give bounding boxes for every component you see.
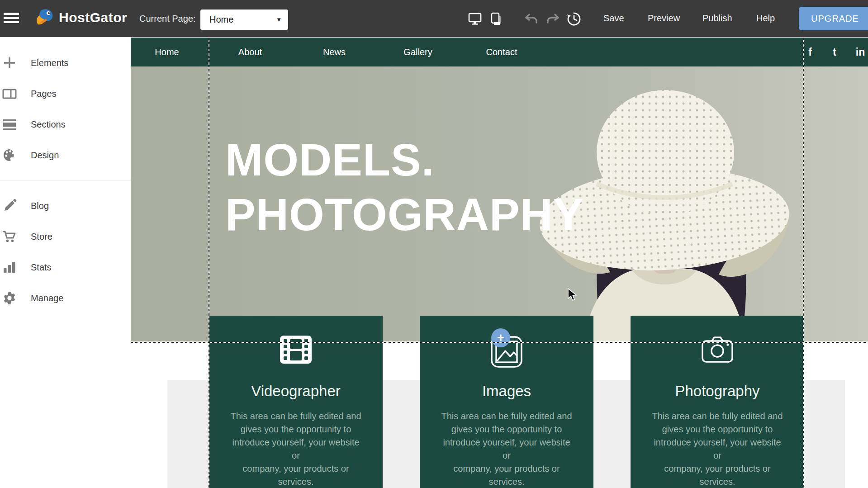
hero-heading-line1: MODELS. [225, 133, 584, 187]
cart-icon [1, 228, 18, 245]
plus-icon [1, 54, 18, 71]
sidebar-item-elements[interactable]: Elements [0, 53, 131, 73]
film-icon [280, 336, 312, 364]
palette-icon [1, 147, 18, 164]
pages-icon [1, 85, 18, 102]
current-page-label: Current Page: [139, 14, 196, 24]
site-nav-gallery[interactable]: Gallery [403, 38, 432, 66]
sidebar-item-pages[interactable]: Pages [0, 84, 131, 104]
help-button[interactable]: Help [756, 13, 775, 24]
brand-name: HostGator [59, 10, 127, 25]
card-title: Videographer [209, 383, 383, 400]
site-nav-home[interactable]: Home [155, 38, 179, 66]
card-title: Photography [631, 383, 804, 400]
card-body: This area can be fully edited andgives y… [228, 410, 364, 488]
site-nav-news[interactable]: News [323, 38, 346, 66]
bar-chart-icon [1, 259, 18, 276]
site-preview-canvas: Home About News Gallery Contact f t in [131, 37, 868, 488]
upgrade-button[interactable]: UPGRADE [799, 7, 868, 30]
add-image-badge[interactable]: + [491, 328, 510, 347]
history-icon[interactable] [566, 12, 582, 26]
page-select-dropdown[interactable]: Home ▼ [200, 9, 288, 30]
top-toolbar: HostGator Current Page: Home ▼ Save Prev… [0, 0, 868, 37]
pencil-icon [1, 197, 18, 214]
selection-outline-bottom [131, 342, 868, 343]
preview-button[interactable]: Preview [648, 13, 680, 24]
linkedin-icon[interactable]: in [856, 38, 865, 66]
sections-icon [1, 116, 18, 133]
card-body: This area can be fully edited andgives y… [650, 410, 785, 488]
sidebar-item-sections[interactable]: Sections [0, 114, 131, 134]
page-select-value: Home [209, 14, 233, 25]
hamburger-menu-icon[interactable] [4, 11, 19, 25]
editor-sidebar: Elements Pages Sections Design Blog Stor… [0, 37, 131, 488]
hero-heading-line2: PHOTOGRAPHY [225, 187, 584, 242]
facebook-icon[interactable]: f [808, 38, 812, 66]
undo-icon[interactable] [524, 12, 539, 26]
hero-section[interactable]: MODELS. PHOTOGRAPHY [131, 66, 868, 341]
sidebar-item-stats[interactable]: Stats [0, 257, 131, 277]
twitter-icon[interactable]: t [833, 38, 836, 66]
publish-button[interactable]: Publish [702, 13, 732, 24]
hostgator-site-builder: HostGator Current Page: Home ▼ Save Prev… [0, 0, 868, 488]
sidebar-divider [0, 180, 131, 180]
site-nav-about[interactable]: About [238, 38, 262, 66]
selection-outline-left [209, 38, 209, 488]
card-title: Images [420, 383, 593, 400]
hostgator-gator-icon [34, 8, 55, 27]
site-navbar: Home About News Gallery Contact f t in [131, 38, 868, 66]
sidebar-item-blog[interactable]: Blog [0, 196, 131, 216]
sidebar-item-manage[interactable]: Manage [0, 288, 131, 308]
desktop-view-icon[interactable] [467, 12, 483, 26]
brand-logo: HostGator [34, 8, 127, 27]
chevron-down-icon: ▼ [276, 16, 282, 23]
sidebar-item-design[interactable]: Design [0, 145, 131, 165]
site-nav-contact[interactable]: Contact [486, 38, 517, 66]
sidebar-item-store[interactable]: Store [0, 227, 131, 246]
card-body: This area can be fully edited andgives y… [439, 410, 574, 488]
mobile-view-icon[interactable] [489, 12, 504, 26]
redo-icon[interactable] [545, 12, 560, 26]
camera-icon [701, 336, 734, 364]
hero-heading[interactable]: MODELS. PHOTOGRAPHY [225, 133, 584, 242]
selection-outline-right [803, 38, 804, 488]
save-button[interactable]: Save [603, 13, 624, 24]
gear-icon [1, 289, 18, 307]
